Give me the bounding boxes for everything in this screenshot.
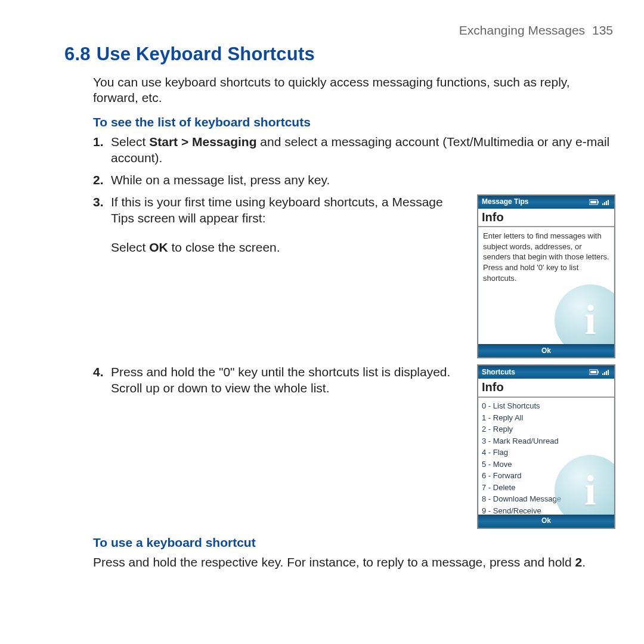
svg-rect-3: [602, 203, 603, 205]
step-text: While on a message list, press any key.: [111, 173, 330, 187]
use-paragraph: Press and hold the respective key. For i…: [93, 555, 615, 571]
svg-rect-4: [604, 202, 605, 205]
phone-screenshot-shortcuts: Shortcuts Info 0 - List Shortcuts 1: [477, 364, 615, 529]
svg-rect-10: [602, 373, 603, 375]
phone-heading: Info: [478, 379, 614, 398]
info-icon: i: [555, 284, 614, 344]
phone-screenshot-message-tips: Message Tips Info Enter letters to find …: [477, 194, 615, 359]
phone-softkey-bar: Ok: [478, 515, 614, 528]
page-number: 135: [592, 23, 613, 37]
step-text: Select Start > Messaging and select a me…: [111, 135, 609, 165]
ok-softkey[interactable]: Ok: [541, 516, 551, 525]
info-icon: i: [555, 455, 614, 515]
step-number: 1.: [93, 134, 104, 150]
step-number: 3.: [93, 194, 104, 210]
svg-rect-13: [608, 370, 609, 375]
step-3: 3. If this is your first time using keyb…: [93, 194, 615, 359]
step-1: 1. Select Start > Messaging and select a…: [93, 134, 615, 166]
battery-icon: [589, 199, 600, 205]
svg-rect-2: [590, 201, 596, 203]
list-item: 1 - Reply All: [482, 412, 611, 424]
subheading-use-shortcut: To use a keyboard shortcut: [93, 535, 615, 551]
step-2: 2. While on a message list, press any ke…: [93, 172, 615, 188]
svg-rect-1: [597, 201, 599, 203]
svg-rect-9: [590, 371, 596, 373]
svg-rect-8: [597, 371, 599, 373]
subheading-see-list: To see the list of keyboard shortcuts: [93, 114, 615, 131]
step-number: 2.: [93, 172, 104, 188]
tip-text: Enter letters to find messages with subj…: [483, 231, 609, 283]
svg-rect-6: [608, 200, 609, 205]
phone-title: Shortcuts: [482, 368, 515, 377]
signal-icon: [602, 369, 611, 375]
running-header: Exchanging Messages 135: [64, 23, 615, 39]
section-heading: 6.8Use Keyboard Shortcuts: [64, 42, 615, 66]
svg-rect-12: [606, 371, 607, 375]
phone-softkey-bar: Ok: [478, 344, 614, 357]
steps-list: 1. Select Start > Messaging and select a…: [93, 134, 615, 529]
chapter-name: Exchanging Messages: [459, 23, 585, 37]
ok-softkey[interactable]: Ok: [541, 346, 551, 355]
status-icons: [589, 199, 611, 205]
list-item: 3 - Mark Read/Unread: [482, 435, 611, 447]
phone-body: 0 - List Shortcuts 1 - Reply All 2 - Rep…: [478, 398, 614, 515]
signal-icon: [602, 199, 611, 205]
intro-paragraph: You can use keyboard shortcuts to quickl…: [93, 75, 615, 107]
step-extra: Select OK to close the screen.: [111, 240, 466, 256]
step-4: 4. Press and hold the "0" key until the …: [93, 364, 615, 529]
list-item: 0 - List Shortcuts: [482, 400, 611, 412]
status-icons: [589, 369, 611, 375]
step-number: 4.: [93, 364, 104, 380]
svg-rect-11: [604, 372, 605, 375]
svg-rect-5: [606, 201, 607, 205]
battery-icon: [589, 369, 600, 375]
section-number: 6.8: [64, 44, 91, 64]
phone-body: Enter letters to find messages with subj…: [478, 227, 614, 344]
step-text: If this is your first time using keyboar…: [111, 194, 466, 227]
phone-heading: Info: [478, 209, 614, 228]
list-item: 2 - Reply: [482, 423, 611, 435]
phone-title: Message Tips: [482, 197, 528, 206]
section-title: Use Keyboard Shortcuts: [97, 44, 315, 64]
phone-titlebar: Shortcuts: [478, 366, 614, 379]
phone-titlebar: Message Tips: [478, 196, 614, 209]
step-text: Press and hold the "0" key until the sho…: [111, 364, 466, 397]
